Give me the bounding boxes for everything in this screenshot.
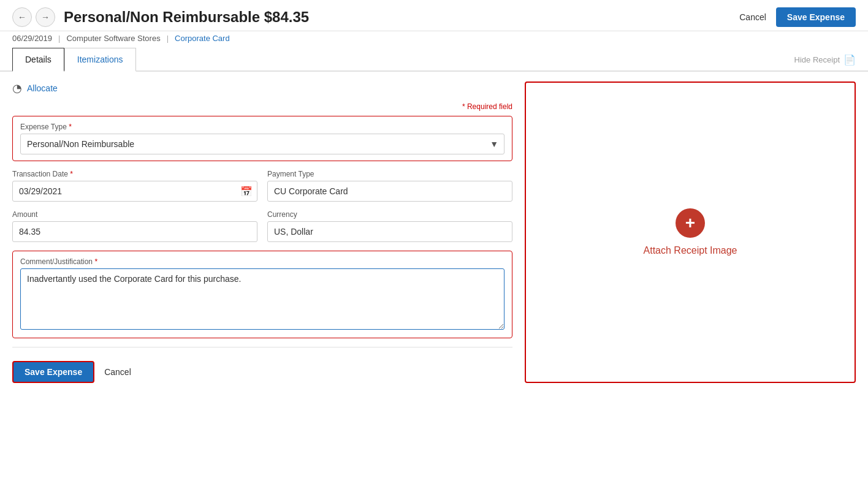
comment-field-group: Comment/Justification * bbox=[12, 251, 512, 338]
header-save-button[interactable]: Save Expense bbox=[776, 7, 856, 27]
payment-type-input[interactable] bbox=[267, 181, 512, 202]
allocate-row: ◔ Allocate bbox=[12, 82, 512, 95]
required-notice-text: Required field bbox=[467, 102, 512, 111]
allocate-circle-icon: ◔ bbox=[12, 82, 22, 95]
expense-type-select-wrapper: Personal/Non Reimbursable ▼ bbox=[20, 134, 504, 154]
subheader-store: Computer Software Stores bbox=[66, 34, 160, 43]
tabs-bar: Details Itemizations Hide Receipt 📄 bbox=[0, 48, 868, 72]
subheader-sep2: | bbox=[167, 34, 169, 43]
subheader-date: 06/29/2019 bbox=[12, 34, 52, 43]
attach-receipt-label[interactable]: Attach Receipt Image bbox=[644, 245, 737, 256]
subheader-sep1: | bbox=[58, 34, 60, 43]
bottom-save-button[interactable]: Save Expense bbox=[12, 361, 94, 383]
back-button[interactable]: ← bbox=[12, 7, 32, 27]
receipt-panel: + Attach Receipt Image bbox=[525, 82, 856, 383]
amount-currency-row: Amount Currency bbox=[12, 210, 512, 242]
comment-label: Comment/Justification * bbox=[20, 257, 504, 266]
payment-type-col: Payment Type bbox=[267, 170, 512, 202]
subheader-card: Corporate Card bbox=[175, 34, 230, 43]
form-divider bbox=[12, 347, 512, 347]
required-notice: * Required field bbox=[12, 102, 512, 111]
receipt-icon: 📄 bbox=[843, 54, 856, 66]
transaction-date-wrapper: 📅 bbox=[12, 181, 257, 202]
hide-receipt-button[interactable]: Hide Receipt 📄 bbox=[794, 49, 856, 70]
bottom-actions: Save Expense Cancel bbox=[12, 357, 512, 383]
bottom-cancel-button[interactable]: Cancel bbox=[104, 367, 131, 377]
tab-itemizations[interactable]: Itemizations bbox=[64, 48, 136, 72]
comment-textarea[interactable] bbox=[20, 268, 504, 330]
expense-type-select[interactable]: Personal/Non Reimbursable bbox=[20, 134, 504, 154]
currency-col: Currency bbox=[267, 210, 512, 242]
attach-plus-button[interactable]: + bbox=[676, 208, 705, 238]
transaction-payment-row: Transaction Date * 📅 Payment Type bbox=[12, 170, 512, 202]
payment-type-label: Payment Type bbox=[267, 170, 512, 178]
tab-details[interactable]: Details bbox=[12, 48, 64, 72]
currency-label: Currency bbox=[267, 210, 512, 219]
page-title: Personal/Non Reimbursable $84.35 bbox=[64, 9, 739, 26]
form-section: ◔ Allocate * Required field Expense Type… bbox=[12, 82, 512, 383]
expense-type-label: Expense Type * bbox=[20, 123, 504, 131]
amount-label: Amount bbox=[12, 210, 257, 219]
amount-input[interactable] bbox=[12, 221, 257, 242]
tab-itemizations-label: Itemizations bbox=[77, 55, 123, 64]
calendar-icon[interactable]: 📅 bbox=[240, 186, 253, 197]
main-content: ◔ Allocate * Required field Expense Type… bbox=[0, 72, 868, 393]
subheader: 06/29/2019 | Computer Software Stores | … bbox=[0, 31, 868, 48]
transaction-date-col: Transaction Date * 📅 bbox=[12, 170, 257, 202]
header-actions: Cancel Save Expense bbox=[739, 7, 856, 27]
forward-button[interactable]: → bbox=[36, 7, 55, 27]
plus-icon: + bbox=[685, 213, 695, 233]
hide-receipt-label: Hide Receipt bbox=[794, 55, 840, 64]
header-cancel-button[interactable]: Cancel bbox=[739, 12, 766, 22]
transaction-date-input[interactable] bbox=[12, 181, 257, 202]
amount-col: Amount bbox=[12, 210, 257, 242]
header: ← → Personal/Non Reimbursable $84.35 Can… bbox=[0, 0, 868, 31]
nav-buttons: ← → bbox=[12, 7, 55, 27]
allocate-link[interactable]: Allocate bbox=[27, 83, 58, 93]
transaction-date-label: Transaction Date * bbox=[12, 170, 257, 178]
tab-details-label: Details bbox=[25, 55, 51, 64]
expense-type-field-group: Expense Type * Personal/Non Reimbursable… bbox=[12, 116, 512, 161]
currency-input[interactable] bbox=[267, 221, 512, 242]
